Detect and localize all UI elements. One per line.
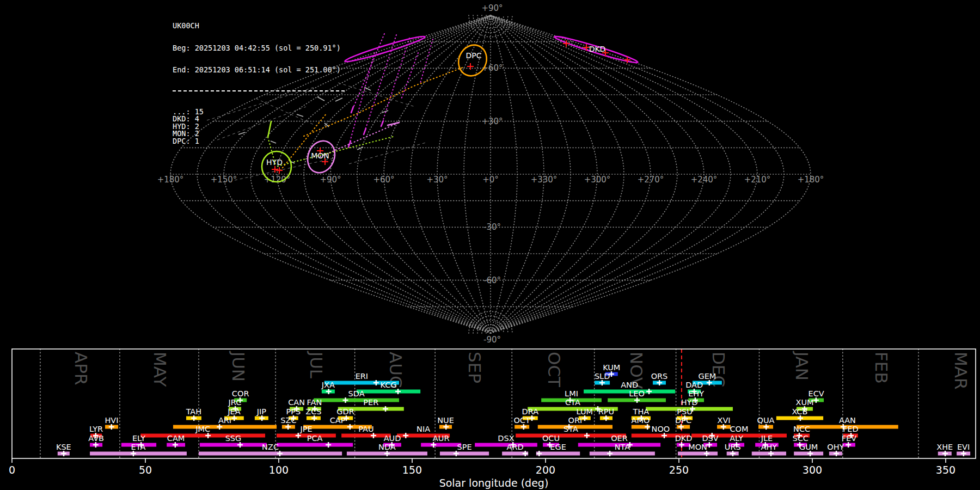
tick-label-0: 0	[9, 464, 15, 476]
timeline-bar-NDA: NDA	[347, 443, 427, 456]
svg-text:KCG: KCG	[381, 381, 397, 389]
timeline-bar-RPU: RPU	[598, 407, 614, 421]
svg-text:OHY: OHY	[827, 443, 844, 451]
radiant-label-MON: MON	[311, 151, 329, 160]
svg-text:DAD: DAD	[685, 381, 703, 389]
timeline-bar-XHE: XHE	[936, 443, 953, 456]
svg-text:+180°: +180°	[157, 175, 184, 185]
svg-text:COR: COR	[232, 389, 249, 398]
timeline-bar-JIP: JIP	[255, 407, 268, 421]
timeline-bar-TAH: TAH	[186, 407, 202, 421]
svg-text:CAN: CAN	[288, 398, 305, 407]
svg-text:+60°: +60°	[481, 63, 503, 73]
svg-text:+90°: +90°	[320, 175, 341, 185]
svg-text:ARD: ARD	[507, 443, 524, 451]
x-axis-title: Solar longitude (deg)	[439, 477, 549, 489]
tick-label-50: 50	[139, 464, 152, 476]
radiant-DPC: DPC	[454, 40, 492, 81]
svg-text:GUM: GUM	[799, 443, 818, 451]
shower-meteor-trails	[268, 34, 463, 170]
svg-text:JPE: JPE	[299, 425, 312, 433]
svg-text:KSE: KSE	[56, 443, 71, 451]
svg-text:+0°: +0°	[482, 175, 499, 185]
svg-text:-60°: -60°	[483, 275, 501, 285]
svg-text:-90°: -90°	[483, 335, 501, 345]
svg-text:AUR: AUR	[433, 434, 450, 443]
month-label-JUL: JUL	[307, 351, 326, 379]
svg-text:+180°: +180°	[798, 175, 824, 185]
meteor-radiant-plot: +180°+150°+120°+90°+60°+30°+0°+330°+300°…	[0, 0, 980, 490]
svg-text:DSX: DSX	[498, 434, 514, 443]
svg-text:HVI: HVI	[105, 416, 118, 425]
svg-text:-30°: -30°	[483, 222, 501, 232]
svg-text:+330°: +330°	[531, 175, 558, 185]
svg-text:NCC: NCC	[793, 425, 810, 433]
svg-text:JLE: JLE	[761, 434, 773, 443]
svg-text:SSG: SSG	[225, 434, 242, 443]
timeline-bar-SLD: SLD	[595, 372, 610, 385]
svg-text:AVB: AVB	[88, 434, 104, 443]
svg-text:NZC: NZC	[262, 443, 279, 451]
svg-text:+30°: +30°	[481, 117, 503, 126]
svg-text:EVI: EVI	[957, 443, 970, 451]
svg-text:+210°: +210°	[744, 175, 771, 185]
svg-text:LMI: LMI	[565, 389, 578, 398]
svg-text:ARI: ARI	[218, 416, 231, 425]
svg-text:NUE: NUE	[437, 416, 454, 425]
svg-text:+150°: +150°	[211, 175, 237, 185]
svg-text:PSU: PSU	[677, 407, 693, 416]
month-label-OCT: OCT	[544, 352, 564, 388]
timeline-bar-AVB: AVB	[88, 434, 104, 448]
svg-text:QUA: QUA	[757, 416, 775, 425]
svg-text:EHY: EHY	[688, 389, 704, 398]
svg-text:SLD: SLD	[595, 372, 610, 381]
timeline-bar-XVI: XVI	[717, 416, 731, 430]
month-label-MAY: MAY	[150, 352, 170, 387]
svg-text:PER: PER	[363, 398, 378, 407]
svg-text:OCT: OCT	[513, 416, 530, 425]
svg-text:+270°: +270°	[638, 175, 664, 185]
svg-text:+240°: +240°	[691, 175, 718, 185]
svg-text:RPU: RPU	[598, 407, 614, 416]
svg-text:SCC: SCC	[792, 434, 808, 443]
radiant-DKD: DKD	[554, 34, 639, 65]
svg-text:JEA: JEA	[227, 407, 240, 416]
svg-text:HYD: HYD	[681, 398, 698, 407]
timeline-bar-QUA: QUA	[757, 416, 775, 430]
timeline-bar-AMO: AMO	[632, 416, 651, 430]
svg-text:JXA: JXA	[321, 381, 335, 389]
svg-text:FED: FED	[843, 425, 859, 433]
tick-label-200: 200	[536, 464, 555, 476]
svg-text:+300°: +300°	[584, 175, 611, 185]
radiant-MON: MON	[303, 137, 340, 177]
timeline-bar-ZCS: ZCS	[305, 407, 321, 421]
svg-text:XVI: XVI	[717, 416, 730, 425]
svg-text:CAP: CAP	[330, 416, 346, 425]
tick-label-250: 250	[669, 464, 689, 476]
svg-text:SDA: SDA	[348, 389, 365, 398]
timeline-bar-OHY: OHY	[827, 443, 844, 456]
timeline-bar-EGE: EGE	[536, 443, 580, 456]
svg-text:COM: COM	[730, 425, 748, 433]
svg-text:KUM: KUM	[603, 363, 620, 372]
svg-text:ELY: ELY	[132, 434, 145, 443]
timeline-bar-URS: URS	[725, 443, 741, 456]
month-label-JUN: JUN	[229, 351, 248, 382]
svg-text:CTA: CTA	[565, 398, 580, 407]
tick-label-300: 300	[803, 464, 822, 476]
svg-text:ORS: ORS	[651, 372, 668, 381]
svg-text:+60°: +60°	[373, 175, 394, 185]
svg-text:AND: AND	[621, 381, 638, 389]
svg-text:THA: THA	[633, 407, 650, 416]
svg-text:AUD: AUD	[384, 434, 401, 443]
svg-text:OER: OER	[611, 434, 628, 443]
svg-text:LYR: LYR	[89, 425, 103, 433]
svg-text:PCA: PCA	[307, 434, 323, 443]
month-label-SEP: SEP	[465, 352, 485, 383]
timeline-bar-ORS: ORS	[651, 372, 668, 385]
svg-text:MON: MON	[688, 443, 707, 451]
tick-label-100: 100	[269, 464, 289, 476]
svg-text:FEV: FEV	[842, 434, 857, 443]
timeline-bar-EVI: EVI	[957, 443, 970, 456]
svg-text:XCB: XCB	[792, 407, 807, 416]
